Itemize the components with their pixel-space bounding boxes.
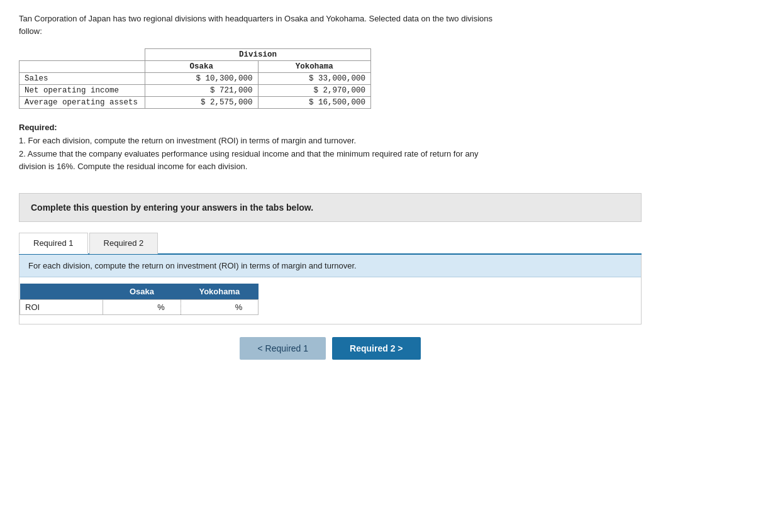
yokohama-roi-input[interactable] — [184, 302, 234, 312]
row-label-noi: Net operating income — [19, 85, 145, 97]
required-section: Required: 1. For each division, compute … — [19, 121, 679, 174]
data-table-wrapper: Division Osaka Yokohama Sales $ 10,300,0… — [19, 48, 371, 109]
required-point2: 2. Assume that the company evaluates per… — [19, 148, 679, 161]
table-row: Average operating assets $ 2,575,000 $ 1… — [19, 97, 371, 109]
row-label-assets: Average operating assets — [19, 97, 145, 109]
prev-chevron-icon — [257, 343, 265, 353]
roi-table-wrapper: Osaka Yokohama ROI % — [19, 277, 641, 324]
yokohama-header: Yokohama — [181, 284, 258, 300]
table-row: Net operating income $ 721,000 $ 2,970,0… — [19, 85, 371, 97]
osaka-header: Osaka — [103, 284, 181, 300]
yokohama-assets: $ 16,500,000 — [258, 97, 371, 109]
roi-table: Osaka Yokohama ROI % — [19, 284, 259, 315]
tab-content: For each division, compute the return on… — [19, 255, 642, 324]
tab-description: For each division, compute the return on… — [19, 255, 641, 277]
data-table: Division Osaka Yokohama Sales $ 10,300,0… — [19, 48, 371, 109]
tab-required1[interactable]: Required 1 — [19, 233, 88, 254]
yokohama-percent-sign: % — [235, 302, 243, 312]
complete-box: Complete this question by entering your … — [19, 193, 642, 222]
osaka-assets: $ 2,575,000 — [145, 97, 259, 109]
required-point1: 1. For each division, compute the return… — [19, 135, 679, 148]
row-label-sales: Sales — [19, 73, 145, 85]
tabs-container: Required 1 Required 2 For each division,… — [19, 232, 642, 324]
osaka-col-header: Osaka — [145, 61, 259, 73]
osaka-sales: $ 10,300,000 — [145, 73, 259, 85]
nav-buttons: Required 1 Required 2 — [19, 337, 642, 360]
tabs-row: Required 1 Required 2 — [19, 232, 642, 255]
yokohama-roi-cell: % — [181, 300, 258, 315]
required-header: Required: — [19, 123, 57, 132]
next-chevron-icon — [395, 343, 403, 353]
prev-button[interactable]: Required 1 — [240, 337, 326, 360]
osaka-percent-sign: % — [157, 302, 165, 312]
empty-header — [20, 284, 103, 300]
tab-required2[interactable]: Required 2 — [89, 233, 158, 254]
osaka-roi-cell: % — [103, 300, 181, 315]
intro-paragraph: Tan Corporation of Japan has two regiona… — [19, 13, 679, 37]
division-header: Division — [145, 49, 371, 61]
yokohama-col-header: Yokohama — [258, 61, 371, 73]
yokohama-sales: $ 33,000,000 — [258, 73, 371, 85]
required-point3: division is 16%. Compute the residual in… — [19, 160, 679, 174]
table-row: Sales $ 10,300,000 $ 33,000,000 — [19, 73, 371, 85]
roi-row: ROI % % — [20, 300, 259, 315]
roi-label: ROI — [20, 300, 103, 315]
osaka-roi-input[interactable] — [106, 302, 156, 312]
yokohama-noi: $ 2,970,000 — [258, 85, 371, 97]
next-button[interactable]: Required 2 — [332, 337, 420, 360]
osaka-noi: $ 721,000 — [145, 85, 259, 97]
